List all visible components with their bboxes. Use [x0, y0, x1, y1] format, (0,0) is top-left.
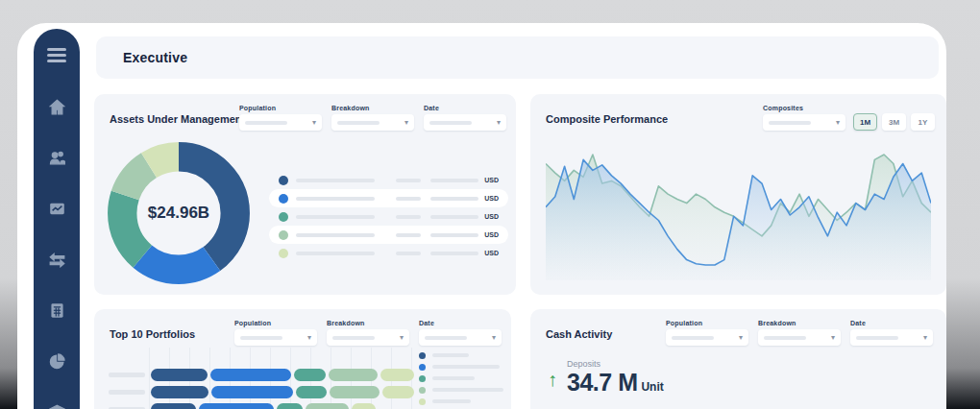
- legend-amount-placeholder: [430, 215, 478, 219]
- bar-segment: [330, 386, 380, 398]
- card-title: Assets Under Management: [110, 113, 245, 125]
- sidebar-item-transactions[interactable]: [47, 250, 66, 269]
- trend-up-arrow-icon: ↑: [548, 369, 557, 391]
- portfolio-bar-row[interactable]: [109, 403, 417, 409]
- legend-value-placeholder: [396, 197, 421, 201]
- sidebar-item-allocation[interactable]: [47, 351, 66, 371]
- sidebar-item-home[interactable]: [47, 97, 66, 116]
- currency-label: USD: [484, 177, 499, 183]
- legend-dot: [419, 375, 426, 382]
- aum-legend: USDUSDUSDUSDUSD: [269, 171, 508, 262]
- legend-item[interactable]: [419, 373, 503, 384]
- deposits-unit: Unit: [641, 380, 663, 394]
- date-filter-label: Date: [424, 105, 506, 111]
- legend-row[interactable]: USD: [269, 226, 508, 244]
- bar-segment: [296, 386, 328, 398]
- breakdown-select[interactable]: ▾: [331, 114, 414, 131]
- breakdown-filter: Breakdown▾: [758, 320, 841, 346]
- population-filter-label: Population: [239, 105, 322, 111]
- legend-item[interactable]: [419, 349, 503, 361]
- portfolio-bar-row[interactable]: [109, 369, 417, 381]
- chevron-down-icon: ▾: [739, 334, 743, 342]
- portfolio-name-placeholder: [109, 373, 145, 377]
- stacked-bar: [151, 386, 417, 398]
- card-assets-under-management: Assets Under Management Population▾Break…: [94, 94, 516, 295]
- legend-dot: [419, 364, 426, 371]
- legend-item[interactable]: [419, 361, 503, 373]
- date-filter: Date▾: [424, 105, 506, 131]
- currency-label: USD: [484, 195, 499, 202]
- portfolio-name-placeholder: [109, 390, 145, 395]
- menu-icon[interactable]: [47, 48, 66, 65]
- select-placeholder: [240, 336, 282, 340]
- currency-label: USD: [484, 213, 499, 220]
- population-select[interactable]: ▾: [239, 114, 322, 131]
- date-select[interactable]: ▾: [419, 329, 502, 346]
- date-filter: Date▾: [850, 320, 933, 346]
- portfolio-bar-row[interactable]: [109, 386, 417, 398]
- date-filter-label: Date: [419, 320, 502, 326]
- select-placeholder: [332, 336, 375, 340]
- deposits-label: Deposits: [567, 359, 664, 369]
- clients-icon: [49, 150, 65, 166]
- chevron-down-icon: ▾: [492, 334, 496, 342]
- card-cash-activity: Cash Activity Population▾Breakdown▾Date▾…: [530, 309, 946, 409]
- select-placeholder: [337, 121, 380, 125]
- stacked-bar: [151, 403, 417, 409]
- sidebar: [34, 29, 80, 409]
- bar-segment: [329, 369, 378, 381]
- stacked-bar: [151, 369, 417, 381]
- legend-amount-placeholder: [430, 233, 478, 237]
- legend-dot: [279, 212, 288, 222]
- legend-row[interactable]: USD: [269, 189, 508, 207]
- sidebar-item-holdings[interactable]: [47, 402, 66, 409]
- breakdown-filter-label: Breakdown: [331, 105, 414, 111]
- sidebar-item-clients[interactable]: [47, 148, 66, 167]
- legend-label-placeholder: [432, 388, 503, 392]
- layers-icon: [49, 404, 65, 409]
- sidebar-item-calculator[interactable]: [47, 301, 66, 320]
- population-filter: Population▾: [234, 320, 317, 346]
- date-select[interactable]: ▾: [850, 329, 933, 346]
- population-filter: Population▾: [666, 320, 748, 346]
- legend-dot: [419, 352, 426, 359]
- legend-name-placeholder: [296, 252, 375, 255]
- legend-value-placeholder: [396, 215, 421, 219]
- top10-filters: Population▾Breakdown▾Date▾: [234, 320, 502, 346]
- deposits-value: 34.7 M: [567, 369, 637, 396]
- legend-label-placeholder: [432, 365, 500, 369]
- bar-segment: [199, 403, 274, 409]
- top10-legend: [419, 349, 503, 407]
- legend-amount-placeholder: [430, 179, 478, 182]
- range-button-1y[interactable]: 1Y: [911, 113, 935, 131]
- composites-select[interactable]: ▾: [763, 114, 845, 131]
- breakdown-select[interactable]: ▾: [327, 329, 409, 346]
- breakdown-select[interactable]: ▾: [758, 329, 841, 346]
- legend-dot: [279, 194, 288, 204]
- range-button-1m[interactable]: 1M: [853, 113, 877, 131]
- chevron-down-icon: ▾: [831, 334, 835, 342]
- card-top-10-portfolios: Top 10 Portfolios Population▾Breakdown▾D…: [94, 309, 511, 409]
- legend-row[interactable]: USD: [269, 171, 508, 189]
- legend-row[interactable]: USD: [269, 244, 508, 262]
- select-placeholder: [429, 121, 472, 125]
- population-select[interactable]: ▾: [234, 329, 317, 346]
- legend-label-placeholder: [432, 399, 471, 403]
- card-title: Cash Activity: [546, 328, 612, 340]
- sidebar-item-performance[interactable]: [47, 199, 66, 218]
- bar-segment: [210, 369, 291, 381]
- legend-row[interactable]: USD: [269, 207, 508, 226]
- bar-segment: [380, 369, 414, 381]
- legend-item[interactable]: [419, 396, 503, 407]
- legend-value-placeholder: [396, 179, 421, 182]
- population-select[interactable]: ▾: [666, 329, 748, 346]
- main-panel: Executive Assets Under Management Popula…: [17, 23, 946, 409]
- top10-bar-chart: [109, 348, 417, 409]
- select-placeholder: [856, 336, 898, 340]
- pie-chart-icon: [49, 353, 65, 370]
- chevron-down-icon: ▾: [400, 334, 404, 342]
- date-select[interactable]: ▾: [424, 114, 506, 131]
- chevron-down-icon: ▾: [312, 119, 316, 127]
- legend-item[interactable]: [419, 384, 503, 396]
- range-button-3m[interactable]: 3M: [882, 113, 906, 131]
